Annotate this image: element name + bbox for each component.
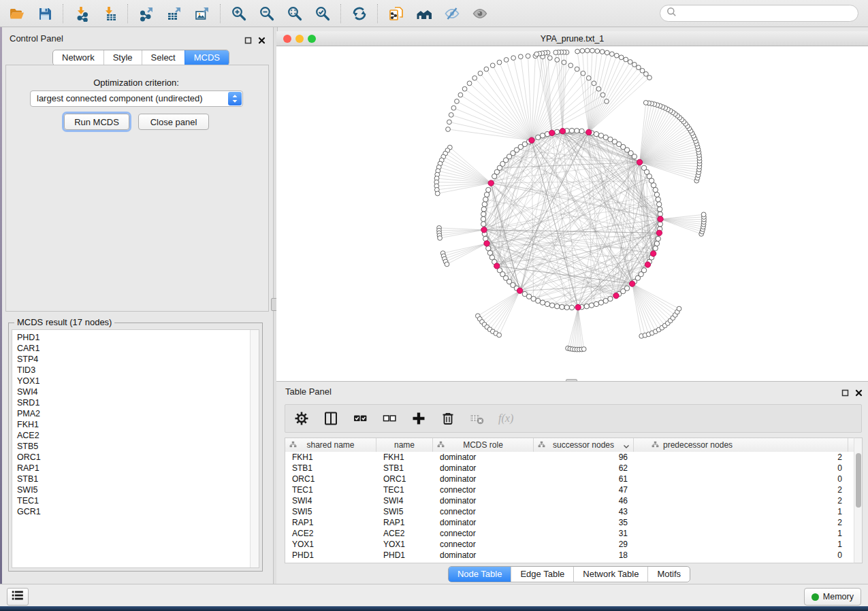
table-cell[interactable]: 2 [634, 485, 848, 495]
column-header-MCDS-role[interactable]: MCDS role [433, 438, 534, 452]
table-cell[interactable]: 0 [634, 463, 848, 473]
network-node[interactable] [549, 303, 554, 308]
network-node[interactable] [605, 99, 609, 104]
table-cell[interactable]: connector [433, 540, 534, 549]
network-node[interactable] [658, 222, 662, 227]
table-cell[interactable]: PHD1 [376, 550, 433, 560]
table-cell[interactable]: ACE2 [376, 529, 433, 538]
table-cell[interactable]: dominator [433, 474, 534, 484]
deselect-all-icon[interactable] [380, 408, 399, 429]
table-row[interactable]: ACE2ACE2connector311 [285, 528, 854, 539]
network-node[interactable] [449, 112, 453, 117]
network-node[interactable] [609, 52, 614, 56]
network-node[interactable] [575, 67, 579, 71]
table-cell[interactable]: dominator [433, 550, 534, 560]
network-node[interactable] [653, 246, 658, 250]
table-scrollbar[interactable] [854, 437, 863, 563]
table-cell[interactable]: FKH1 [376, 452, 433, 462]
mcds-result-item[interactable]: STB5 [17, 441, 259, 452]
memory-button[interactable]: Memory [804, 588, 861, 606]
network-node[interactable] [619, 55, 624, 60]
table-cell[interactable]: SWI5 [285, 507, 376, 516]
network-window-titlebar[interactable]: YPA_prune.txt_1 [276, 31, 868, 46]
table-cell[interactable]: 2 [634, 452, 848, 462]
network-manager-icon[interactable] [410, 2, 438, 25]
table-cell[interactable]: FKH1 [285, 452, 376, 462]
export-table-icon[interactable] [160, 2, 188, 25]
table-row[interactable]: RAP1RAP1dominator352 [285, 517, 854, 528]
table-cell[interactable]: 31 [534, 529, 634, 538]
network-node[interactable] [589, 303, 594, 308]
network-node[interactable] [497, 333, 502, 337]
mcds-list-scrollbar[interactable] [250, 330, 259, 567]
table-cell[interactable]: ACE2 [285, 529, 376, 538]
network-node[interactable] [575, 129, 579, 133]
table-cell[interactable]: 62 [534, 463, 634, 473]
network-node[interactable] [467, 81, 472, 86]
table-cell[interactable]: TEC1 [285, 485, 376, 495]
network-node[interactable] [568, 63, 573, 68]
open-file-icon[interactable] [3, 2, 31, 25]
network-node[interactable] [598, 133, 603, 138]
network-node[interactable] [435, 191, 440, 196]
column-header-shared-name[interactable]: shared name [285, 438, 376, 452]
table-cell[interactable]: RAP1 [376, 518, 433, 527]
network-node[interactable] [483, 197, 488, 201]
network-node[interactable] [600, 50, 605, 54]
table-cell[interactable]: dominator [433, 518, 534, 527]
network-node[interactable] [575, 49, 580, 54]
network-node[interactable] [644, 71, 649, 76]
table-row[interactable]: FKH1FKH1dominator962 [285, 452, 854, 463]
tab-edge-table[interactable]: Edge Table [511, 567, 573, 582]
network-node[interactable] [536, 298, 541, 303]
mcds-result-item[interactable]: PHD1 [17, 332, 259, 343]
network-node[interactable] [504, 58, 509, 63]
table-cell[interactable]: ORC1 [376, 474, 433, 484]
table-cell[interactable]: 2 [634, 496, 848, 506]
table-cell[interactable]: connector [433, 529, 534, 538]
network-node[interactable] [641, 165, 646, 170]
mcds-dominator-node[interactable] [586, 129, 592, 135]
network-node[interactable] [555, 58, 560, 63]
table-cell[interactable]: 1 [634, 529, 848, 538]
network-node[interactable] [658, 212, 662, 216]
network-node[interactable] [438, 235, 443, 240]
table-row[interactable]: PHD1PHD1dominator180 [285, 550, 854, 561]
tab-network[interactable]: Network [53, 50, 103, 65]
network-node[interactable] [462, 86, 467, 91]
table-cell[interactable]: 43 [534, 507, 634, 516]
tab-network-table[interactable]: Network Table [573, 567, 647, 582]
network-node[interactable] [569, 128, 574, 133]
network-graph[interactable] [276, 46, 868, 381]
table-cell[interactable]: STB1 [285, 463, 376, 473]
table-cell[interactable]: RAP1 [285, 518, 376, 527]
network-node[interactable] [632, 63, 637, 67]
network-node[interactable] [451, 105, 456, 110]
mcds-result-item[interactable]: RAP1 [17, 463, 259, 474]
mcds-result-item[interactable]: STB1 [17, 474, 259, 484]
mcds-result-item[interactable]: ACE2 [17, 430, 259, 441]
table-cell[interactable]: SWI4 [285, 496, 376, 506]
network-node[interactable] [641, 268, 646, 273]
tab-mcds[interactable]: MCDS [184, 50, 229, 65]
mcds-result-item[interactable]: PMA2 [17, 408, 259, 419]
network-node[interactable] [526, 54, 530, 59]
network-node[interactable] [492, 174, 497, 178]
table-cell[interactable]: connector [433, 507, 534, 516]
mcds-result-item[interactable]: STP4 [17, 354, 259, 365]
network-node[interactable] [585, 48, 590, 53]
network-node[interactable] [590, 48, 595, 53]
table-cell[interactable]: dominator [433, 496, 534, 506]
network-node[interactable] [596, 86, 601, 91]
network-node[interactable] [458, 93, 463, 97]
network-node[interactable] [595, 49, 600, 54]
select-all-icon[interactable] [351, 408, 370, 429]
close-panel-icon[interactable] [258, 35, 266, 47]
table-row[interactable]: STB1STB1dominator620 [285, 463, 854, 474]
mcds-dominator-node[interactable] [575, 304, 581, 310]
run-mcds-button[interactable]: Run MCDS [64, 114, 129, 130]
table-cell[interactable]: 46 [534, 496, 634, 506]
mcds-dominator-node[interactable] [481, 227, 487, 233]
mcds-dominator-node[interactable] [629, 281, 634, 286]
network-view-canvas[interactable] [276, 46, 868, 381]
